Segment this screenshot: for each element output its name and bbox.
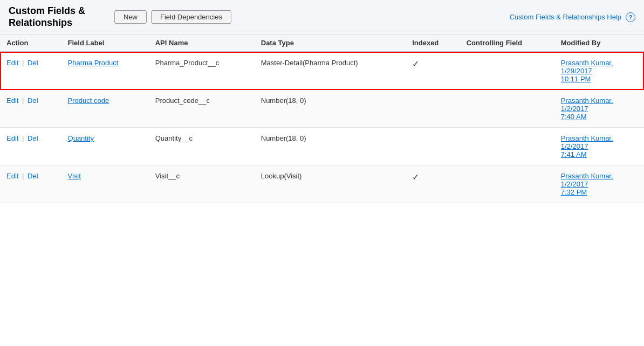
table-header-row: Action Field Label API Name Data Type In…: [0, 34, 644, 52]
field-label-link[interactable]: Quantity: [68, 134, 94, 142]
separator: |: [22, 134, 26, 142]
del-link[interactable]: Del: [28, 134, 38, 142]
api-name-cell: Product_code__c: [149, 90, 255, 128]
help-link[interactable]: Custom Fields & Relationships Help: [510, 13, 621, 21]
action-cell: Edit | Del: [0, 165, 61, 203]
data-type-cell: Lookup(Visit): [255, 165, 406, 203]
custom-fields-table-container: Action Field Label API Name Data Type In…: [0, 34, 644, 203]
api-name-cell: Quantity__c: [149, 128, 255, 165]
modified-by-cell: Prasanth Kumar,1/29/201710:11 PM: [554, 52, 644, 90]
col-controlling-field: Controlling Field: [460, 34, 554, 52]
header-actions: New Field Dependencies: [114, 10, 501, 24]
new-button[interactable]: New: [114, 10, 147, 24]
field-label-cell: Pharma Product: [61, 52, 149, 90]
api-name-cell: Pharma_Product__c: [149, 52, 255, 90]
field-label-cell: Visit: [61, 165, 149, 203]
modified-by-link[interactable]: Prasanth Kumar,1/29/201710:11 PM: [561, 59, 613, 83]
modified-by-link[interactable]: Prasanth Kumar,1/2/20177:41 AM: [561, 134, 613, 158]
data-type-cell: Number(18, 0): [255, 128, 406, 165]
action-cell: Edit | Del: [0, 128, 61, 165]
action-links: Edit | Del: [6, 134, 38, 142]
edit-link[interactable]: Edit: [6, 172, 18, 180]
controlling-field-cell: [460, 90, 554, 128]
controlling-field-cell: [460, 128, 554, 165]
controlling-field-cell: [460, 165, 554, 203]
separator: |: [22, 96, 26, 105]
separator: |: [22, 59, 26, 67]
modified-by-cell: Prasanth Kumar,1/2/20177:32 PM: [554, 165, 644, 203]
indexed-cell: [406, 128, 460, 165]
field-label-cell: Product code: [61, 90, 149, 128]
action-links: Edit | Del: [6, 172, 38, 180]
checkmark-icon: ✓: [412, 59, 419, 68]
action-cell: Edit | Del: [0, 52, 61, 90]
field-label-cell: Quantity: [61, 128, 149, 165]
table-row: Edit | Del QuantityQuantity__cNumber(18,…: [0, 128, 644, 165]
field-label-link[interactable]: Product code: [68, 96, 109, 105]
del-link[interactable]: Del: [28, 96, 38, 105]
col-data-type: Data Type: [255, 34, 406, 52]
field-label-link[interactable]: Pharma Product: [68, 59, 119, 67]
field-dependencies-button[interactable]: Field Dependencies: [151, 10, 231, 24]
col-action: Action: [0, 34, 61, 52]
data-type-cell: Number(18, 0): [255, 90, 406, 128]
table-row: Edit | Del Product codeProduct_code__cNu…: [0, 90, 644, 128]
page-title: Custom Fields & Relationships: [9, 5, 106, 29]
modified-by-cell: Prasanth Kumar,1/2/20177:41 AM: [554, 128, 644, 165]
modified-by-link[interactable]: Prasanth Kumar,1/2/20177:40 AM: [561, 96, 613, 121]
api-name-cell: Visit__c: [149, 165, 255, 203]
table-row: Edit | Del VisitVisit__cLookup(Visit)✓Pr…: [0, 165, 644, 203]
indexed-cell: ✓: [406, 52, 460, 90]
edit-link[interactable]: Edit: [6, 59, 18, 67]
edit-link[interactable]: Edit: [6, 96, 18, 105]
col-modified-by: Modified By: [554, 34, 644, 52]
del-link[interactable]: Del: [28, 59, 38, 67]
col-field-label: Field Label: [61, 34, 149, 52]
col-api-name: API Name: [149, 34, 255, 52]
action-links: Edit | Del: [6, 96, 38, 105]
edit-link[interactable]: Edit: [6, 134, 18, 142]
table-row: Edit | Del Pharma ProductPharma_Product_…: [0, 52, 644, 90]
action-cell: Edit | Del: [0, 90, 61, 128]
indexed-cell: ✓: [406, 165, 460, 203]
indexed-cell: [406, 90, 460, 128]
modified-by-link[interactable]: Prasanth Kumar,1/2/20177:32 PM: [561, 172, 613, 196]
del-link[interactable]: Del: [28, 172, 38, 180]
data-type-cell: Master-Detail(Pharma Product): [255, 52, 406, 90]
action-links: Edit | Del: [6, 59, 38, 67]
modified-by-cell: Prasanth Kumar,1/2/20177:40 AM: [554, 90, 644, 128]
col-indexed: Indexed: [406, 34, 460, 52]
checkmark-icon: ✓: [412, 172, 419, 182]
help-icon[interactable]: ?: [626, 12, 635, 22]
separator: |: [22, 172, 26, 180]
page-header: Custom Fields & Relationships New Field …: [0, 0, 644, 34]
custom-fields-table: Action Field Label API Name Data Type In…: [0, 34, 644, 203]
controlling-field-cell: [460, 52, 554, 90]
field-label-link[interactable]: Visit: [68, 172, 81, 180]
